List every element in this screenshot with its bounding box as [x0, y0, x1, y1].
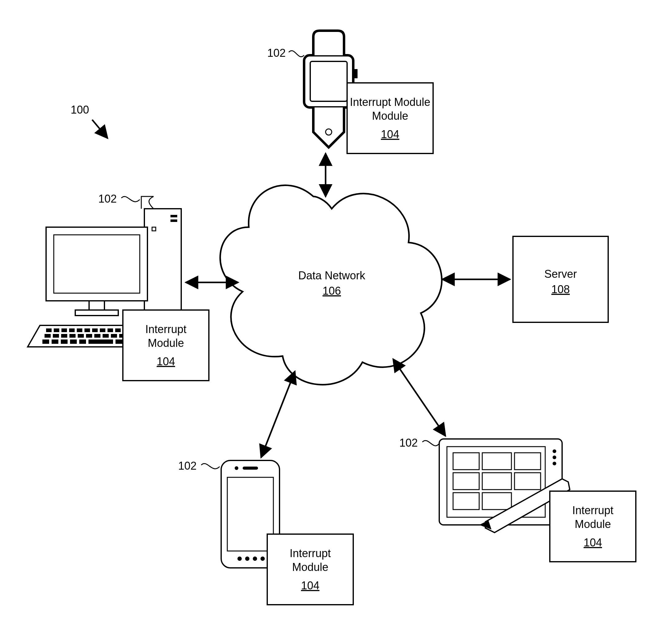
svg-rect-49 [88, 339, 113, 344]
cloud-title: Data Network [298, 269, 366, 282]
svg-rect-60 [243, 467, 258, 470]
svg-point-64 [253, 557, 257, 561]
svg-text:Module: Module [575, 518, 611, 530]
desktop-ref: 102 [98, 192, 117, 205]
svg-rect-37 [94, 334, 100, 338]
system-ref-text: 100 [71, 103, 89, 116]
system-ref-label: 100 [71, 103, 108, 138]
svg-rect-18 [54, 328, 59, 332]
tablet-module-ref: 104 [584, 536, 602, 549]
device-smartwatch: 102 Interrupt Module Module 104 [267, 31, 433, 153]
desktop-module-box: Interrupt Module 104 [123, 310, 209, 381]
svg-rect-44 [42, 339, 49, 344]
server-ref: 108 [551, 283, 570, 296]
watch-module-box: Interrupt Module Module 104 [347, 83, 433, 153]
svg-text:Module: Module [148, 337, 184, 349]
svg-rect-34 [69, 334, 75, 338]
svg-rect-17 [46, 328, 52, 332]
phone-ref: 102 [178, 459, 197, 472]
svg-text:Module: Module [292, 561, 328, 573]
svg-rect-9 [144, 209, 181, 319]
device-tablet: 102 Interrupt Module 104 [399, 437, 636, 562]
svg-rect-31 [44, 334, 51, 338]
svg-rect-13 [46, 227, 147, 301]
svg-point-61 [235, 466, 238, 470]
cloud-ref: 106 [323, 284, 341, 297]
svg-point-63 [245, 557, 250, 561]
svg-text:Interrupt: Interrupt [145, 323, 186, 336]
svg-rect-20 [69, 328, 75, 332]
svg-rect-15 [89, 301, 104, 310]
server-box: Server 108 [513, 236, 608, 322]
svg-rect-19 [61, 328, 67, 332]
svg-rect-26 [115, 328, 121, 332]
svg-rect-50 [115, 339, 122, 344]
svg-rect-22 [84, 328, 90, 332]
svg-rect-32 [53, 334, 59, 338]
svg-rect-33 [61, 334, 67, 338]
svg-rect-2 [310, 61, 347, 101]
svg-point-62 [238, 557, 242, 561]
svg-point-73 [553, 462, 556, 465]
phone-module-box: Interrupt Module 104 [267, 534, 353, 605]
device-smartphone: 102 Interrupt Module 104 [178, 459, 353, 605]
svg-text:Interrupt Module: Interrupt Module [350, 96, 430, 108]
svg-rect-11 [170, 219, 177, 222]
svg-rect-25 [108, 328, 113, 332]
svg-rect-38 [103, 334, 109, 338]
svg-rect-47 [70, 339, 77, 344]
phone-module-ref: 104 [301, 579, 319, 592]
svg-rect-16 [75, 310, 118, 316]
server-title: Server [544, 268, 577, 280]
svg-rect-24 [100, 328, 105, 332]
tablet-ref: 102 [399, 437, 418, 449]
device-desktop: 102 Interrupt Module 104 [28, 192, 209, 381]
svg-text:Interrupt: Interrupt [572, 504, 613, 517]
arrow-phone-cloud [261, 371, 295, 457]
svg-rect-39 [111, 334, 117, 338]
desktop-module-ref: 104 [157, 355, 175, 368]
arrow-tablet-cloud [393, 359, 445, 436]
system-diagram: 100 Data Network 106 Server 108 102 In [0, 0, 669, 644]
svg-rect-36 [86, 334, 92, 338]
svg-rect-35 [78, 334, 84, 338]
watch-module-ref: 104 [381, 128, 399, 141]
watch-ref: 102 [267, 47, 286, 59]
svg-point-71 [553, 449, 556, 453]
svg-rect-69 [439, 439, 562, 525]
svg-text:Module: Module [372, 109, 408, 122]
svg-rect-4 [353, 69, 357, 78]
tablet-module-box: Interrupt Module 104 [550, 491, 636, 562]
svg-rect-10 [170, 215, 177, 217]
svg-rect-45 [52, 339, 58, 344]
svg-rect-23 [92, 328, 98, 332]
svg-text:Interrupt: Interrupt [290, 547, 331, 560]
svg-point-72 [553, 455, 556, 459]
svg-rect-48 [79, 339, 86, 344]
cloud-data-network: Data Network 106 [220, 186, 442, 385]
svg-rect-46 [61, 339, 68, 344]
svg-point-65 [260, 557, 265, 561]
svg-rect-21 [77, 328, 82, 332]
